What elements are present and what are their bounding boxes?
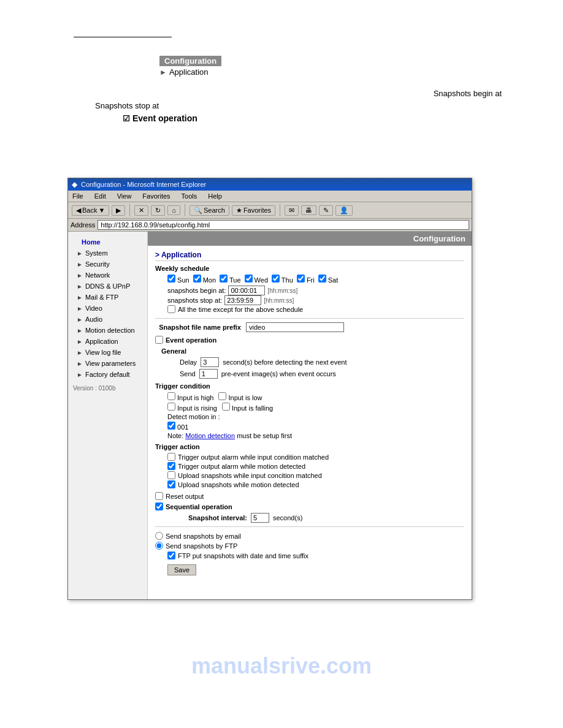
sidebar-item-system[interactable]: ► System [68, 248, 147, 259]
action4-checkbox[interactable] [167, 480, 175, 488]
home-button[interactable]: ⌂ [167, 205, 180, 215]
divider1 [155, 318, 464, 319]
thu-checkbox[interactable] [272, 275, 280, 282]
menu-edit[interactable]: Edit [93, 192, 108, 200]
send-email-radio[interactable] [155, 532, 163, 540]
sidebar-item-motion[interactable]: ► Motion detection [68, 325, 147, 336]
input-falling-label[interactable]: Input is falling [222, 403, 273, 412]
prefix-row: Snapshot file name prefix [155, 322, 464, 332]
config-content: > Application Weekly schedule Sun Mon Tu… [148, 246, 472, 585]
delay-row: Delay second(s) before detecting the nex… [180, 357, 464, 367]
input-falling-checkbox[interactable] [222, 403, 230, 411]
sidebar-item-mail-ftp[interactable]: ► Mail & FTP [68, 292, 147, 303]
top-annotation: Configuration ► Application Snapshots be… [0, 0, 563, 77]
interval-row: Snapshot interval: second(s) [161, 513, 464, 523]
motion-001-label[interactable]: 001 [167, 422, 188, 431]
input-rising-falling-row: Input is rising Input is falling [167, 403, 464, 412]
all-time-checkbox[interactable] [167, 305, 175, 313]
browser-toolbar: ◀ Back ▼ ▶ ✕ ↻ ⌂ 🔍 Search ★ Favorites ✉ … [68, 202, 472, 219]
save-button[interactable]: Save [167, 564, 196, 575]
print-button[interactable]: 🖶 [301, 205, 316, 215]
sidebar-item-security[interactable]: ► Security [68, 259, 147, 270]
menu-tools[interactable]: Tools [180, 192, 199, 200]
event-op-checkbox[interactable] [155, 336, 163, 344]
toolbar-separator3 [280, 204, 280, 216]
send-input[interactable] [199, 369, 218, 379]
forward-button[interactable]: ▶ [112, 205, 125, 216]
input-low-checkbox[interactable] [218, 392, 226, 400]
sidebar-item-audio[interactable]: ► Audio [68, 314, 147, 325]
wed-checkbox[interactable] [245, 275, 253, 282]
interval-label: Snapshot interval: [161, 514, 247, 521]
sequential-checkbox[interactable] [155, 502, 163, 510]
mail-button[interactable]: ✉ [285, 205, 299, 216]
sat-checkbox-label[interactable]: Sat [318, 275, 339, 284]
thu-checkbox-label[interactable]: Thu [272, 275, 293, 284]
sidebar-item-factory[interactable]: ► Factory default [68, 369, 147, 380]
wed-checkbox-label[interactable]: Wed [245, 275, 268, 284]
dropdown-icon: ▼ [98, 207, 105, 214]
sidebar-item-viewlog[interactable]: ► View log file [68, 347, 147, 358]
delay-input[interactable] [201, 357, 219, 367]
menu-help[interactable]: Help [206, 192, 224, 200]
bullet-icon: ► [77, 294, 83, 301]
edit-button[interactable]: ✎ [319, 205, 333, 216]
browser-title: Configuration - Microsoft Internet Explo… [81, 181, 206, 188]
bullet-icon: ► [77, 327, 83, 334]
input-low-label[interactable]: Input is low [218, 392, 262, 401]
event-op-label: Event operation [166, 336, 216, 344]
menu-view[interactable]: View [115, 192, 134, 200]
motion-001-checkbox[interactable] [167, 422, 175, 430]
search-button[interactable]: 🔍 Search [190, 205, 229, 216]
toolbar-separator2 [185, 204, 185, 216]
stop-button[interactable]: ✕ [134, 205, 148, 216]
fri-checkbox-label[interactable]: Fri [297, 275, 315, 284]
prefix-input[interactable] [246, 322, 344, 332]
action2-checkbox[interactable] [167, 462, 175, 470]
sun-checkbox[interactable] [167, 275, 175, 282]
tue-checkbox[interactable] [220, 275, 228, 282]
stop-row: snapshots stop at: [hh:mm:ss] [167, 295, 464, 305]
reset-output-checkbox[interactable] [155, 492, 163, 500]
sidebar-item-viewparams[interactable]: ► View parameters [68, 358, 147, 369]
bullet-icon: ► [77, 338, 83, 345]
action2-row: Trigger output alarm while motion detect… [167, 462, 464, 470]
ftp-suffix-checkbox[interactable] [167, 552, 175, 559]
address-input[interactable] [98, 220, 469, 230]
tue-checkbox-label[interactable]: Tue [220, 275, 240, 284]
ftp-options: FTP put snapshots with date and time suf… [167, 552, 464, 575]
input-high-label[interactable]: Input is high [167, 392, 213, 401]
input-rising-checkbox[interactable] [167, 403, 175, 411]
motion-detection-link[interactable]: Motion detection [185, 432, 235, 439]
input-rising-label[interactable]: Input is rising [167, 403, 217, 412]
sidebar-item-network[interactable]: ► Network [68, 270, 147, 281]
interval-input[interactable] [251, 513, 269, 523]
action3-checkbox[interactable] [167, 471, 175, 479]
fri-checkbox[interactable] [297, 275, 305, 282]
menu-bar: File Edit View Favorites Tools Help [68, 191, 472, 202]
bullet-icon: ► [77, 283, 83, 290]
menu-favorites[interactable]: Favorites [140, 192, 172, 200]
favorites-button[interactable]: ★ Favorites [232, 205, 275, 216]
refresh-button[interactable]: ↻ [151, 205, 165, 216]
back-button[interactable]: ◀ Back ▼ [72, 205, 109, 216]
mon-checkbox[interactable] [193, 275, 201, 282]
sidebar-item-application[interactable]: ► Application [68, 336, 147, 347]
sidebar-item-home[interactable]: Home [68, 237, 147, 248]
discuss-button[interactable]: 👤 [335, 205, 353, 216]
stop-time-input[interactable] [224, 295, 261, 305]
bullet-icon: ► [77, 371, 83, 378]
sat-checkbox[interactable] [318, 275, 326, 282]
input-high-checkbox[interactable] [167, 392, 175, 400]
send-ftp-radio[interactable] [155, 542, 163, 550]
action1-checkbox[interactable] [167, 453, 175, 461]
sidebar-item-ddns[interactable]: ► DDNS & UPnP [68, 281, 147, 292]
begin-time-input[interactable] [228, 286, 265, 295]
menu-file[interactable]: File [71, 192, 85, 200]
mon-checkbox-label[interactable]: Mon [193, 275, 216, 284]
section-title: > Application [155, 251, 464, 261]
days-row: Sun Mon Tue Wed Thu Fri Sat [167, 275, 464, 284]
sun-checkbox-label[interactable]: Sun [167, 275, 190, 284]
sidebar-item-video[interactable]: ► Video [68, 303, 147, 314]
bullet-icon: ► [77, 272, 83, 279]
